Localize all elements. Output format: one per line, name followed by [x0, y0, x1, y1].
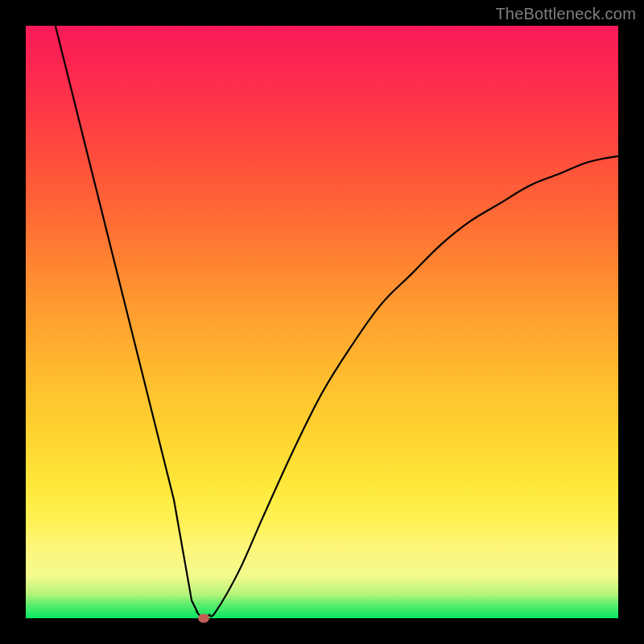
curve-ascending [209, 156, 618, 617]
bottleneck-curve [26, 26, 618, 618]
watermark: TheBottleneck.com [495, 5, 636, 23]
chart-frame: TheBottleneck.com [0, 0, 644, 644]
curve-descending [56, 26, 198, 613]
plot-area [26, 26, 618, 618]
optimum-marker [198, 614, 209, 623]
